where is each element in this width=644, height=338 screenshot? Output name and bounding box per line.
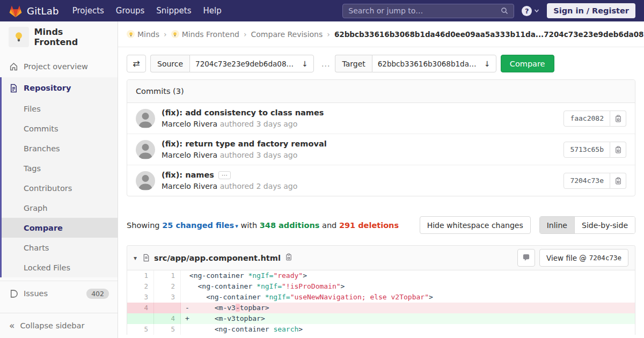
navbar-right: ? Sign in / Register <box>342 3 635 18</box>
nav-link-groups[interactable]: Groups <box>110 0 150 21</box>
issues-icon <box>9 289 18 298</box>
code-token: <ng-container <box>185 293 265 301</box>
swap-revisions-button[interactable]: ⇄ <box>127 55 146 72</box>
breadcrumb-link-minds-frontend[interactable]: Minds Frontend <box>171 30 239 39</box>
commit-author-link[interactable]: Marcelo Rivera <box>162 120 217 128</box>
new-line-number[interactable]: 1 <box>154 270 181 281</box>
toggle-comments-button[interactable] <box>517 249 535 267</box>
gitlab-logo[interactable]: GitLab <box>9 4 59 18</box>
old-line-number[interactable]: 5 <box>127 324 154 335</box>
sidebar-item-locked-files[interactable]: Locked Files <box>2 258 118 277</box>
content-area: ⇄ Source 7204c73e23e9deb6da08… ↓ ... Tar… <box>118 55 644 335</box>
sidebar-project-header[interactable]: Minds Frontend <box>0 21 118 53</box>
copy-sha-button[interactable] <box>610 142 626 158</box>
diff-line: 2 2 <ng-container *ngIf="!isProDomain"> <box>127 281 635 292</box>
sub-item-label: Files <box>24 105 41 113</box>
new-line-number[interactable]: 5 <box>154 324 181 335</box>
commit-title-link[interactable]: (fix): return type and factory removal <box>162 139 327 148</box>
sub-item-label: Tags <box>24 164 41 173</box>
new-line-number[interactable]: 4 <box>154 313 181 324</box>
changed-files-dropdown[interactable]: 25 changed files▾ <box>162 221 238 230</box>
help-dropdown[interactable]: ? <box>522 6 539 16</box>
commit-sha-link[interactable]: 5713c65b <box>564 142 610 158</box>
code-token: - <m-v3 <box>185 304 236 312</box>
sidebar-item-issues[interactable]: Issues 402 <box>0 281 118 306</box>
copy-sha-button[interactable] <box>610 173 626 189</box>
diff-line-code: <ng-container *ngIf="useNewNavigation; e… <box>181 292 635 303</box>
collapse-label: Collapse sidebar <box>20 321 84 330</box>
copy-file-path-button[interactable] <box>285 253 292 262</box>
old-line-number[interactable] <box>127 313 154 324</box>
project-title: Minds Frontend <box>34 27 109 47</box>
page-body: Minds Frontend Project overview Reposito… <box>0 21 644 338</box>
commit-author-link[interactable]: Marcelo Rivera <box>162 151 217 159</box>
target-revision-dropdown[interactable]: 62bbcb33616b3068b1da… ↓ <box>372 55 496 72</box>
sub-item-label: Graph <box>24 204 47 212</box>
diff-view-controls: Hide whitespace changes Inline Side-by-s… <box>420 216 635 234</box>
commit-info: (fix): names ⋯ Marcelo Rivera authored 2… <box>162 171 297 190</box>
commit-sha-group: faac2082 <box>564 111 626 127</box>
code-token: > <box>298 325 303 333</box>
commit-title-link[interactable]: (fix): add consistency to class names <box>162 108 324 117</box>
copy-sha-button[interactable] <box>610 111 626 127</box>
sidebar-item-charts[interactable]: Charts <box>2 238 118 258</box>
compare-button[interactable]: Compare <box>501 55 554 72</box>
diff-file-panel: ▾ src/app/app.component.html <box>127 245 635 335</box>
author-avatar <box>136 171 155 190</box>
breadcrumb-link-compare-revisions[interactable]: Compare Revisions <box>251 30 323 39</box>
hide-whitespace-button[interactable]: Hide whitespace changes <box>420 216 531 234</box>
sidebar-item-project-overview[interactable]: Project overview <box>0 56 118 77</box>
code-token: "!isProDomain" <box>282 282 341 290</box>
diff-line-code: <ng-container *ngIf="ready"> <box>181 270 635 281</box>
new-line-number[interactable]: 2 <box>154 281 181 292</box>
source-revision-dropdown[interactable]: 7204c73e23e9deb6da08… ↓ <box>189 55 314 72</box>
commit-sha-link[interactable]: faac2082 <box>564 111 610 127</box>
sidebar-item-commits[interactable]: Commits <box>2 119 118 138</box>
breadcrumb-link-minds[interactable]: Minds <box>127 30 159 39</box>
sidebar-item-graph[interactable]: Graph <box>2 198 118 218</box>
commit-sha-group: 5713c65b <box>564 142 626 158</box>
commit-author-link[interactable]: Marcelo Rivera <box>162 182 217 190</box>
dropdown-arrow-icon: ↓ <box>302 60 308 68</box>
old-line-number[interactable]: 2 <box>127 281 154 292</box>
old-line-number[interactable]: 4 <box>127 303 154 313</box>
side-by-side-view-button[interactable]: Side-by-side <box>574 217 635 233</box>
nav-link-projects[interactable]: Projects <box>67 0 110 21</box>
new-line-number[interactable] <box>154 303 181 313</box>
sidebar-item-compare[interactable]: Compare <box>2 218 118 238</box>
collapse-sidebar-button[interactable]: « Collapse sidebar <box>0 313 118 338</box>
sidebar-item-label: Project overview <box>24 62 88 71</box>
sidebar-item-branches[interactable]: Branches <box>2 138 118 158</box>
comment-icon <box>522 254 530 262</box>
inline-view-button[interactable]: Inline <box>540 217 574 233</box>
sidebar-item-files[interactable]: Files <box>2 99 118 119</box>
revision-range-separator: ... <box>321 60 330 68</box>
file-icon <box>142 254 150 262</box>
breadcrumb-label: Compare Revisions <box>251 30 323 39</box>
tanuki-icon <box>9 4 23 18</box>
nav-link-snippets[interactable]: Snippets <box>150 0 197 21</box>
diff-line: 5 5 <ng-container search> <box>127 324 635 335</box>
clipboard-icon <box>614 177 622 185</box>
help-icon: ? <box>522 6 532 16</box>
clipboard-icon <box>614 115 622 122</box>
file-collapse-caret[interactable]: ▾ <box>134 254 137 262</box>
code-token: <ng-container <box>185 282 257 290</box>
old-line-number[interactable]: 3 <box>127 292 154 303</box>
lightbulb-icon <box>128 32 134 37</box>
sidebar-item-contributors[interactable]: Contributors <box>2 178 118 198</box>
commit-description-expander[interactable]: ⋯ <box>218 171 231 179</box>
view-file-button[interactable]: View file @ 7204c73e <box>539 249 628 267</box>
diff-line-code: <ng-container search> <box>181 324 635 335</box>
commit-title-link[interactable]: (fix): names <box>162 171 214 179</box>
sign-in-register-button[interactable]: Sign in / Register <box>547 3 635 18</box>
search-icon[interactable] <box>501 7 508 14</box>
sidebar-item-tags[interactable]: Tags <box>2 158 118 178</box>
sidebar-item-repository[interactable]: Repository <box>2 77 118 99</box>
commit-sha-link[interactable]: 7204c73e <box>564 173 610 189</box>
old-line-number[interactable]: 1 <box>127 270 154 281</box>
search-input[interactable] <box>348 6 501 15</box>
new-line-number[interactable]: 3 <box>154 292 181 303</box>
target-label: Target <box>335 55 371 72</box>
nav-link-help[interactable]: Help <box>197 0 228 21</box>
